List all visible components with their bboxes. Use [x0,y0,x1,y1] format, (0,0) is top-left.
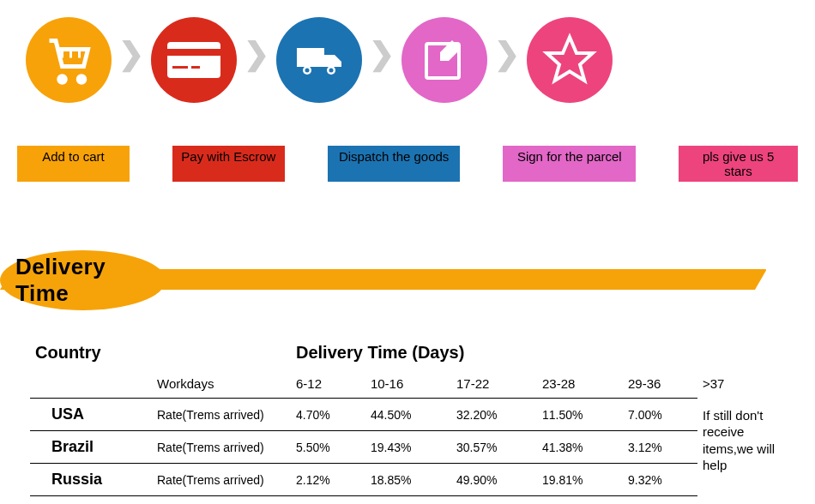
cell: 4.70% [291,399,365,431]
cell: 3.12% [623,431,697,464]
step-pay [151,17,237,103]
workdays-row: Workdays 6-12 10-16 17-22 23-28 29-36 >3… [30,369,785,399]
label-add-to-cart: Add to cart [17,146,130,182]
credit-card-icon [151,17,237,103]
range-col: 29-36 [623,369,697,399]
country-cell: Russia [30,464,152,496]
svg-point-9 [329,69,334,73]
note-cell: If still don't receive items,we will hel… [697,399,785,496]
step-review [527,17,613,103]
star-icon [527,17,613,103]
delivery-table: Country Delivery Time (Days) Workdays 6-… [30,336,785,496]
cell: 11.50% [537,399,623,431]
chevron-icon: ❯ [369,36,395,85]
truck-icon [276,17,362,103]
country-cell: USA [30,399,152,431]
range-col: >37 [697,369,785,399]
step-labels: Add to cart Pay with Escrow Dispatch the… [0,103,815,199]
svg-point-7 [305,69,310,73]
cell: 5.50% [291,431,365,464]
range-col: 17-22 [451,369,537,399]
svg-rect-4 [172,66,188,69]
cell: 49.90% [451,464,537,496]
label-sign: Sign for the parcel [503,146,636,182]
cell: 9.32% [623,464,697,496]
country-header: Country [30,336,152,369]
cell: 19.43% [365,431,451,464]
label-pay: Pay with Escrow [172,146,285,182]
delivery-time-title: Delivery Time [15,254,166,307]
rate-label: Rate(Trems arrived) [152,399,291,431]
cell: 32.20% [451,399,537,431]
chevron-icon: ❯ [118,36,144,85]
rate-label: Rate(Trems arrived) [152,464,291,496]
cell: 41.38% [537,431,623,464]
step-add-to-cart [26,17,112,103]
chevron-icon: ❯ [244,36,269,85]
svg-point-0 [59,76,66,83]
table-row: USA Rate(Trems arrived) 4.70% 44.50% 32.… [30,399,785,431]
country-cell: Brazil [30,431,152,464]
workdays-label: Workdays [152,369,291,399]
svg-point-1 [78,76,85,83]
step-dispatch [276,17,362,103]
range-col: 23-28 [537,369,623,399]
range-col: 10-16 [365,369,451,399]
svg-rect-5 [191,66,200,69]
delivery-time-banner: Delivery Time [0,250,815,319]
cell: 18.85% [365,464,451,496]
sign-icon [401,17,487,103]
label-dispatch: Dispatch the goods [328,146,461,182]
table-row: Russia Rate(Trems arrived) 2.12% 18.85% … [30,464,785,496]
process-steps: ❯ ❯ ❯ ❯ [0,0,815,103]
cell: 2.12% [291,464,365,496]
svg-rect-3 [167,49,220,56]
cart-icon [26,17,112,103]
svg-marker-11 [546,37,592,81]
table-row: Brazil Rate(Trems arrived) 5.50% 19.43% … [30,431,785,464]
time-header: Delivery Time (Days) [291,336,697,369]
cell: 19.81% [537,464,623,496]
chevron-icon: ❯ [494,36,520,85]
cell: 7.00% [623,399,697,431]
svg-rect-2 [167,42,220,78]
label-review: pls give us 5 stars [679,146,798,182]
rate-label: Rate(Trems arrived) [152,431,291,464]
range-col: 6-12 [291,369,365,399]
cell: 44.50% [365,399,451,431]
cell: 30.57% [451,431,537,464]
step-sign [401,17,487,103]
